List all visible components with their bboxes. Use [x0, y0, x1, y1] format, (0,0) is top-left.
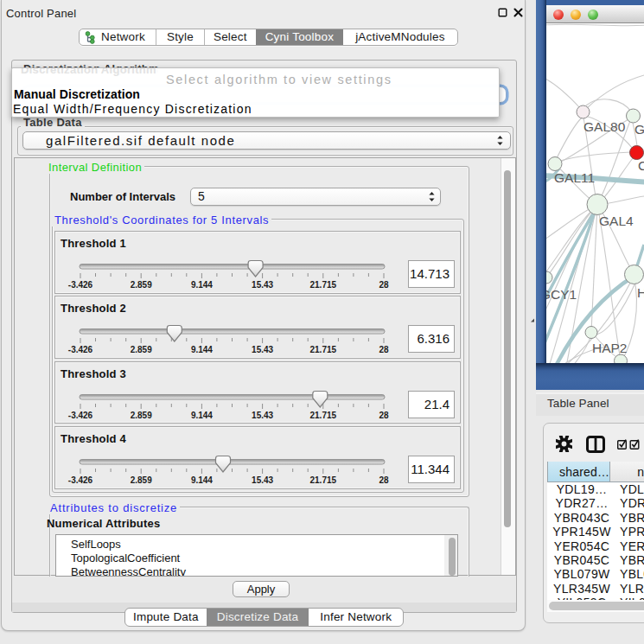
svg-text:2.859: 2.859 [131, 345, 152, 354]
svg-text:15.43: 15.43 [252, 475, 273, 485]
svg-text:-3.426: -3.426 [68, 345, 93, 354]
svg-text:-3.426: -3.426 [68, 475, 93, 485]
svg-text:2.859: 2.859 [131, 475, 152, 485]
svg-text:15.43: 15.43 [252, 280, 273, 290]
svg-text:9.144: 9.144 [191, 410, 213, 419]
svg-text:9.144: 9.144 [191, 280, 213, 290]
svg-text:2.859: 2.859 [131, 410, 152, 419]
svg-text:21.715: 21.715 [310, 345, 337, 354]
svg-text:C: C [638, 158, 644, 173]
svg-text:H: H [637, 285, 644, 300]
svg-text:9.144: 9.144 [191, 475, 213, 485]
svg-text:28: 28 [379, 410, 389, 419]
svg-text:9.144: 9.144 [191, 345, 213, 354]
svg-text:-3.426: -3.426 [68, 410, 93, 419]
svg-text:GCY1: GCY1 [546, 287, 577, 302]
svg-text:GAL80: GAL80 [583, 119, 626, 134]
svg-text:28: 28 [379, 475, 389, 485]
svg-text:-3.426: -3.426 [68, 280, 93, 290]
svg-text:28: 28 [379, 345, 389, 354]
svg-text:GA: GA [634, 122, 644, 137]
svg-text:21.715: 21.715 [310, 410, 337, 419]
svg-text:HAP2: HAP2 [592, 341, 628, 355]
svg-text:21.715: 21.715 [310, 475, 337, 485]
svg-text:21.715: 21.715 [310, 280, 337, 290]
svg-text:15.43: 15.43 [252, 345, 273, 354]
svg-text:28: 28 [379, 280, 389, 290]
svg-text:15.43: 15.43 [252, 410, 273, 419]
svg-text:GAL4: GAL4 [599, 214, 634, 228]
svg-text:GAL11: GAL11 [554, 170, 595, 185]
svg-text:2.859: 2.859 [131, 280, 152, 290]
